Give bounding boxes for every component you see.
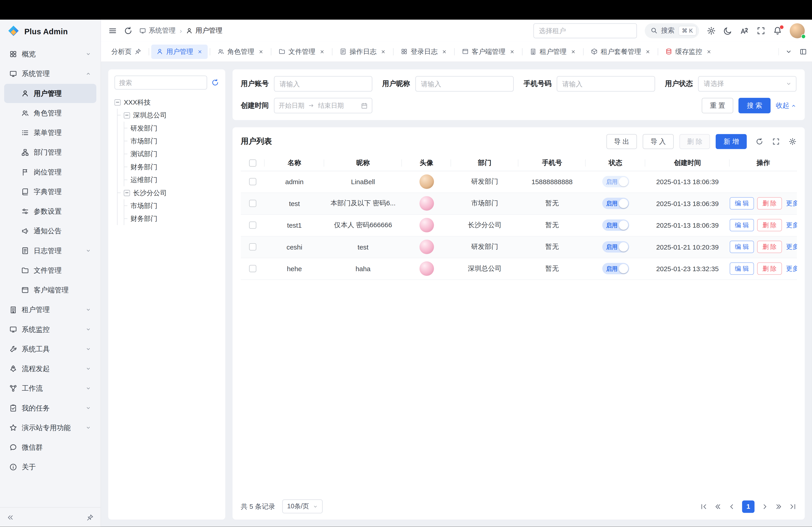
tab-analysis[interactable]: 分析页: [106, 44, 147, 59]
status-toggle[interactable]: 启用: [602, 263, 629, 274]
tree-node[interactable]: 深圳总公司: [121, 109, 219, 121]
collapse-filters-link[interactable]: 收起: [776, 101, 796, 110]
account-input[interactable]: [274, 76, 372, 91]
tree-collapse-icon[interactable]: [124, 112, 130, 118]
close-tab-icon[interactable]: [645, 49, 651, 54]
sidebar-item-system-mgmt[interactable]: 系统管理: [4, 64, 96, 84]
fullscreen-icon[interactable]: [756, 26, 765, 35]
collapse-sidebar-icon[interactable]: [7, 514, 14, 521]
tree-node[interactable]: 市场部门: [128, 135, 219, 147]
tab-client-mgmt[interactable]: 客户端管理: [457, 44, 520, 59]
delete-row-button[interactable]: 删 除: [757, 262, 782, 275]
row-checkbox[interactable]: [249, 222, 256, 229]
tab-user-mgmt[interactable]: 用户管理: [151, 44, 207, 59]
tree-collapse-icon[interactable]: [124, 190, 130, 196]
notifications-button[interactable]: [773, 26, 782, 35]
tab-tenant-mgmt[interactable]: 租户管理: [525, 44, 581, 59]
close-tab-icon[interactable]: [509, 49, 515, 54]
tree-node[interactable]: 研发部门: [128, 122, 219, 135]
delete-button[interactable]: 删 除: [679, 134, 710, 149]
sidebar-item-my-tasks[interactable]: 我的任务: [4, 398, 96, 418]
tree-collapse-icon[interactable]: [114, 99, 121, 105]
row-checkbox[interactable]: [249, 178, 256, 185]
sidebar-item-sys-tools[interactable]: 系统工具: [4, 340, 96, 359]
row-checkbox[interactable]: [249, 265, 256, 272]
sidebar-item-sys-monitor[interactable]: 系统监控: [4, 320, 96, 339]
breadcrumb-item-user[interactable]: 用户管理: [186, 26, 222, 35]
close-tab-icon[interactable]: [707, 49, 712, 54]
language-icon[interactable]: [740, 26, 749, 35]
sidebar-item-flow-start[interactable]: 流程发起: [4, 359, 96, 378]
app-logo[interactable]: Plus Admin: [0, 20, 100, 42]
status-toggle[interactable]: 启用: [602, 198, 629, 209]
prev-page-button[interactable]: [728, 503, 735, 510]
tabs-dropdown-icon[interactable]: [785, 48, 792, 55]
more-actions-link[interactable]: 更多: [786, 199, 797, 208]
tree-node[interactable]: 运维部门: [128, 174, 219, 186]
date-range-input[interactable]: 开始日期 结束日期: [274, 98, 372, 114]
tree-node[interactable]: 财务部门: [128, 161, 219, 174]
add-button[interactable]: 新 增: [716, 134, 747, 149]
sidebar-item-role-mgmt[interactable]: 角色管理: [4, 104, 96, 123]
last-page-button[interactable]: [789, 503, 796, 510]
edit-row-button[interactable]: 编 辑: [730, 219, 754, 231]
tree-node[interactable]: 市场部门: [128, 199, 219, 212]
sidebar-item-about[interactable]: 关于: [4, 457, 96, 477]
tab-op-log[interactable]: 操作日志: [334, 44, 391, 59]
sidebar-item-log-mgmt[interactable]: 日志管理: [4, 241, 96, 260]
delete-row-button[interactable]: 删 除: [757, 197, 782, 210]
tab-role-mgmt[interactable]: 角色管理: [212, 44, 269, 59]
close-tab-icon[interactable]: [571, 49, 576, 54]
sidebar-item-client-mgmt[interactable]: 客户端管理: [4, 281, 96, 300]
delete-row-button[interactable]: 删 除: [757, 241, 782, 253]
close-tab-icon[interactable]: [197, 49, 203, 54]
close-tab-icon[interactable]: [320, 49, 325, 54]
breadcrumb-item-system[interactable]: 系统管理: [140, 26, 176, 35]
tree-search-input[interactable]: [114, 76, 207, 90]
nickname-input[interactable]: [415, 76, 513, 91]
tab-cache-monitor[interactable]: 缓存监控: [660, 44, 716, 59]
tenant-select-input[interactable]: [533, 23, 637, 38]
row-checkbox[interactable]: [249, 243, 256, 251]
sidebar-item-tenant-mgmt[interactable]: 租户管理: [4, 300, 96, 319]
sidebar-item-post-mgmt[interactable]: 岗位管理: [4, 163, 96, 182]
close-tab-icon[interactable]: [380, 49, 386, 54]
sidebar-item-demo-features[interactable]: 演示站专用功能: [4, 418, 96, 437]
sidebar-item-workflow[interactable]: 工作流: [4, 379, 96, 398]
close-tab-icon[interactable]: [441, 49, 447, 54]
sidebar-item-dict-mgmt[interactable]: 字典管理: [4, 182, 96, 201]
next-pages-button[interactable]: [775, 503, 782, 510]
tabs-layout-icon[interactable]: [800, 48, 807, 55]
import-button[interactable]: 导 入: [643, 134, 673, 149]
page-number-button[interactable]: 1: [742, 500, 754, 513]
table-settings-icon[interactable]: [789, 138, 796, 146]
user-avatar[interactable]: [790, 23, 805, 38]
edit-row-button[interactable]: 编 辑: [730, 197, 754, 210]
close-tab-icon[interactable]: [259, 49, 264, 54]
hamburger-menu-icon[interactable]: [108, 26, 117, 35]
row-checkbox[interactable]: [249, 200, 256, 207]
more-actions-link[interactable]: 更多: [786, 221, 797, 229]
delete-row-button[interactable]: 删 除: [757, 219, 782, 231]
global-search-button[interactable]: 搜索 ⌘ K: [644, 23, 699, 38]
next-page-button[interactable]: [761, 503, 768, 510]
tree-node[interactable]: 财务部门: [128, 212, 219, 225]
sidebar-item-dept-mgmt[interactable]: 部门管理: [4, 143, 96, 162]
pin-sidebar-icon[interactable]: [86, 514, 93, 521]
status-toggle[interactable]: 启用: [602, 219, 629, 231]
table-refresh-icon[interactable]: [756, 138, 763, 146]
settings-icon[interactable]: [707, 26, 716, 35]
tab-file-mgmt[interactable]: 文件管理: [273, 44, 330, 59]
first-page-button[interactable]: [700, 503, 707, 510]
sidebar-item-notice[interactable]: 通知公告: [4, 222, 96, 241]
tree-refresh-icon[interactable]: [211, 79, 219, 86]
sidebar-item-wechat-group[interactable]: 微信群: [4, 438, 96, 457]
page-size-select[interactable]: 10条/页: [282, 499, 322, 513]
sidebar-item-param-settings[interactable]: 参数设置: [4, 202, 96, 221]
dark-mode-icon[interactable]: [723, 26, 732, 35]
sidebar-item-menu-mgmt[interactable]: 菜单管理: [4, 123, 96, 142]
phone-input[interactable]: [557, 76, 655, 91]
sidebar-item-file-mgmt[interactable]: 文件管理: [4, 261, 96, 280]
tree-node[interactable]: XXX科技: [114, 96, 219, 109]
tab-tenant-plan-mgmt[interactable]: 租户套餐管理: [586, 44, 656, 59]
